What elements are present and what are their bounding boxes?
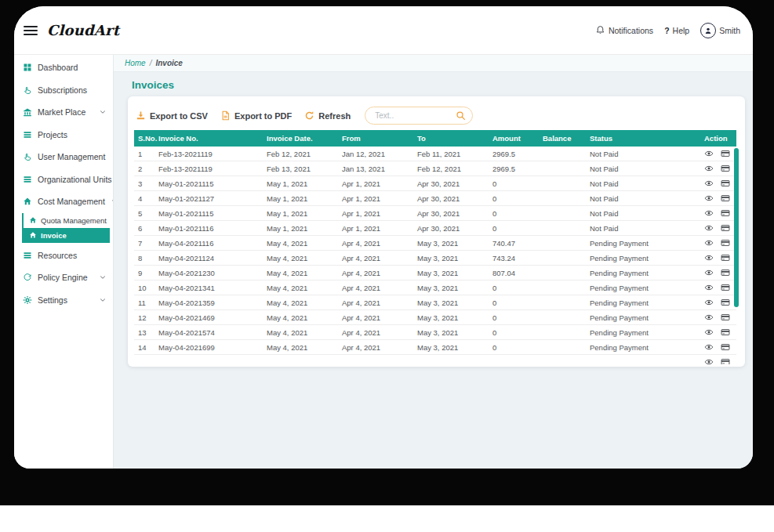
pay-invoice-card-icon[interactable] [721,149,730,158]
pay-invoice-card-icon[interactable] [721,283,730,292]
sidebar-item-projects[interactable]: Projects [14,124,113,147]
cell-invoice-no: May-01-2021115 [154,176,263,191]
cell-balance [539,340,586,355]
view-invoice-eye-icon[interactable] [704,164,714,173]
column-header-action: Action [700,130,736,147]
cell-status: Pending Payment [586,325,700,340]
breadcrumb-home-link[interactable]: Home [125,59,146,67]
action-cell [704,161,736,176]
cell-from: Apr 4, 2021 [338,310,413,325]
cell-empty [263,355,338,365]
cell-to: Feb 12, 2021 [413,161,489,176]
view-invoice-eye-icon[interactable] [704,283,714,292]
export-pdf-button[interactable]: Export to PDF [220,110,292,121]
table-row: 11May-04-2021359May 4, 2021Apr 4, 2021Ma… [134,295,736,310]
view-invoice-eye-icon[interactable] [704,357,714,364]
user-menu[interactable]: Smith [700,23,740,38]
pay-invoice-card-icon[interactable] [721,208,730,218]
pay-invoice-card-icon[interactable] [721,253,730,262]
sidebar-item-organizational-units[interactable]: Organizational Units [14,168,113,191]
export-csv-button[interactable]: Export to CSV [136,110,208,121]
pay-invoice-card-icon[interactable] [721,164,730,173]
cell-from: Apr 4, 2021 [338,266,413,280]
cell-to: May 3, 2021 [413,295,489,310]
sidebar-item-market-place[interactable]: Market Place [14,101,113,124]
cell-empty [489,355,539,365]
cell-amount: 0 [489,176,539,191]
view-invoice-eye-icon[interactable] [704,208,714,218]
view-invoice-eye-icon[interactable] [704,238,714,248]
help-button[interactable]: ? Help [664,26,689,35]
sidebar-item-settings[interactable]: Settings [14,289,113,312]
sidebar-subitem-quota-management[interactable]: Quota Management [24,213,110,228]
sidebar-subitem-label: Quota Management [41,216,107,225]
pay-invoice-card-icon[interactable] [721,238,730,248]
cell-amount: 0 [489,340,539,355]
chevron-down-icon [99,273,107,281]
cell-status: Pending Payment [586,310,700,325]
cell-s-no: 1 [134,147,154,161]
table-body: 1Feb-13-2021119Feb 12, 2021Jan 12, 2021F… [134,147,736,364]
pay-invoice-card-icon[interactable] [721,179,730,188]
sidebar-item-label: User Management [38,152,105,161]
sidebar-item-label: Cost Management [38,197,105,206]
cell-balance [539,206,586,221]
refresh-button[interactable]: Refresh [304,110,351,121]
sidebar-item-user-management[interactable]: User Management [14,146,113,168]
sidebar-item-label: Dashboard [38,63,78,72]
table-row: 10May-04-2021341May 4, 2021Apr 4, 2021Ma… [134,280,736,295]
chevron-down-icon [99,296,107,304]
menu-toggle-icon[interactable] [24,26,38,35]
sidebar-item-dashboard[interactable]: Dashboard [14,56,113,79]
view-invoice-eye-icon[interactable] [704,149,714,158]
cell-from: Jan 12, 2021 [338,147,413,161]
view-invoice-eye-icon[interactable] [704,313,714,322]
cell-from: Apr 4, 2021 [338,340,413,355]
view-invoice-eye-icon[interactable] [704,342,714,352]
sidebar-item-cost-management[interactable]: Cost Management [14,190,113,213]
sidebar-item-policy-engine[interactable]: Policy Engine [14,266,113,289]
pay-invoice-card-icon[interactable] [721,268,730,277]
download-icon [136,110,146,121]
pay-invoice-card-icon[interactable] [721,194,730,203]
table-row: 12May-04-2021469May 4, 2021Apr 4, 2021Ma… [134,310,736,325]
list-icon [23,130,32,139]
pay-invoice-card-icon[interactable] [721,342,730,352]
cell-balance [539,310,586,325]
column-header-amount: Amount [489,130,539,147]
cell-status: Pending Payment [586,280,700,295]
view-invoice-eye-icon[interactable] [704,328,714,337]
table-row: 7May-04-2021116May 4, 2021Apr 4, 2021May… [134,236,736,251]
cell-invoice-no: Feb-13-2021119 [154,147,263,161]
pay-invoice-card-icon[interactable] [721,223,730,233]
cell-invoice-no: May-04-2021699 [154,340,263,355]
action-cell [704,340,736,354]
export-pdf-label: Export to PDF [234,111,292,121]
sidebar-subitem-invoice[interactable]: Invoice [24,228,110,243]
view-invoice-eye-icon[interactable] [704,253,714,262]
search-icon[interactable] [456,110,466,121]
pay-invoice-card-icon[interactable] [721,298,730,307]
action-cell [704,310,736,324]
view-invoice-eye-icon[interactable] [704,268,714,277]
cell-from: Apr 4, 2021 [338,251,413,266]
sidebar-item-resources[interactable]: Resources [14,244,113,267]
view-invoice-eye-icon[interactable] [704,194,714,203]
page-title: Invoices [132,79,753,91]
table-scrollbar-thumb[interactable] [734,148,739,307]
brand-logo: CloudArt [47,22,119,38]
notifications-button[interactable]: Notifications [595,25,653,35]
pay-invoice-card-icon[interactable] [721,357,730,364]
cell-balance [539,191,586,206]
view-invoice-eye-icon[interactable] [704,298,714,307]
cell-invoice-date: May 4, 2021 [263,280,338,295]
cell-status: Not Paid [586,176,700,191]
view-invoice-eye-icon[interactable] [704,179,714,188]
sidebar-item-subscriptions[interactable]: Subscriptions [14,79,113,102]
view-invoice-eye-icon[interactable] [704,223,714,233]
pay-invoice-card-icon[interactable] [721,328,730,337]
cell-amount: 0 [489,325,539,340]
pay-invoice-card-icon[interactable] [721,313,730,322]
sidebar-item-label: Market Place [38,107,85,117]
table-row: 3May-01-2021115May 1, 2021Apr 1, 2021Apr… [134,176,736,191]
